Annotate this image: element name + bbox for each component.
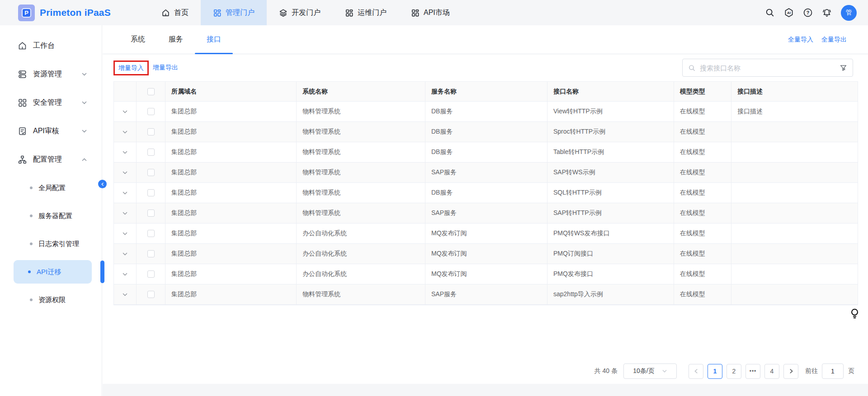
sidebar-subitem-global-config[interactable]: 全局配置 xyxy=(0,174,102,202)
sidebar-item-security-mgmt[interactable]: 安全管理 xyxy=(0,89,102,117)
chevron-down-icon xyxy=(81,128,87,134)
sidebar-subitem-server-config[interactable]: 服务器配置 xyxy=(0,202,102,230)
sidebar-item-config-mgmt[interactable]: 配置管理 xyxy=(0,145,102,174)
nav-item-api-market[interactable]: API市场 xyxy=(399,0,462,25)
nav-item-admin-portal[interactable]: 管理门户 xyxy=(201,0,267,25)
page-unit-label: 页 xyxy=(848,367,854,375)
page-button-1[interactable]: 1 xyxy=(708,364,722,379)
row-checkbox[interactable] xyxy=(147,291,155,298)
column-header-desc: 接口描述 xyxy=(731,82,858,101)
row-checkbox[interactable] xyxy=(147,250,155,257)
ai-assistant-icon[interactable]: AI xyxy=(784,8,794,18)
cell-service: DB服务 xyxy=(425,183,547,203)
next-page-button[interactable] xyxy=(783,364,798,379)
goto-page-input[interactable] xyxy=(822,363,844,379)
cell-model: 在线模型 xyxy=(674,224,731,243)
row-expand-icon[interactable] xyxy=(122,129,128,135)
tab-system[interactable]: 系统 xyxy=(119,25,157,54)
search-input[interactable] xyxy=(700,64,840,72)
sidebar-subitem-resource-permission[interactable]: 资源权限 xyxy=(0,286,102,314)
row-expand-icon[interactable] xyxy=(122,109,128,115)
sidebar-item-label: 工作台 xyxy=(33,41,55,51)
chevron-right-icon xyxy=(788,368,794,374)
sidebar-item-api-review[interactable]: API审核 xyxy=(0,117,102,145)
home-icon xyxy=(18,41,27,51)
svg-text:?: ? xyxy=(807,10,809,15)
nav-item-label: 首页 xyxy=(174,8,189,18)
page-button-4[interactable]: 4 xyxy=(764,364,779,379)
row-expand-icon[interactable] xyxy=(122,231,128,237)
search-icon[interactable] xyxy=(765,8,775,18)
row-expand-icon[interactable] xyxy=(122,292,128,298)
table-row: 集团总部 物料管理系统 DB服务 View转HTTP示例 在线模型 接口描述 xyxy=(114,102,858,122)
cell-interface: View转HTTP示例 xyxy=(547,102,674,121)
bell-icon[interactable] xyxy=(822,8,832,18)
table-row: 集团总部 物料管理系统 DB服务 SQL转HTTP示例 在线模型 xyxy=(114,183,858,203)
user-avatar[interactable]: 管 xyxy=(841,5,857,21)
row-checkbox[interactable] xyxy=(147,169,155,176)
cell-service: DB服务 xyxy=(425,142,547,162)
sidebar-item-resource-mgmt[interactable]: 资源管理 xyxy=(0,60,102,89)
sidebar-subitem-api-migration[interactable]: API迁移 xyxy=(0,258,102,286)
row-checkbox[interactable] xyxy=(147,128,155,135)
sidebar-item-workbench[interactable]: 工作台 xyxy=(0,32,102,60)
column-header-model: 模型类型 xyxy=(674,82,731,101)
row-expand-icon[interactable] xyxy=(122,190,128,196)
cell-interface: PMQ发布接口 xyxy=(547,264,674,284)
app-title: Primeton iPaaS xyxy=(40,7,111,18)
row-expand-icon[interactable] xyxy=(122,170,128,176)
sidebar-subitem-label: 全局配置 xyxy=(38,184,66,192)
full-export-link[interactable]: 全量导出 xyxy=(821,36,847,44)
full-import-link[interactable]: 全量导入 xyxy=(788,36,813,44)
filter-icon[interactable] xyxy=(840,64,847,72)
nav-item-home[interactable]: 首页 xyxy=(149,0,201,25)
cell-model: 在线模型 xyxy=(674,183,731,203)
cell-interface: SAP转HTTP示例 xyxy=(547,203,674,223)
more-pages-button[interactable]: ••• xyxy=(745,364,760,379)
cell-desc xyxy=(731,284,858,304)
incremental-export-link[interactable]: 增量导出 xyxy=(153,64,178,72)
app-logo[interactable]: P Primeton iPaaS xyxy=(0,5,121,21)
row-expand-icon[interactable] xyxy=(122,251,128,257)
cell-model: 在线模型 xyxy=(674,163,731,182)
sidebar-collapse-button[interactable] xyxy=(98,180,107,188)
cell-domain: 集团总部 xyxy=(165,142,297,162)
row-expand-icon[interactable] xyxy=(122,149,128,155)
row-checkbox[interactable] xyxy=(147,270,155,278)
prev-page-button[interactable] xyxy=(689,364,703,379)
page-size-select[interactable]: 10条/页 xyxy=(623,363,677,379)
cell-system: 物料管理系统 xyxy=(297,183,425,203)
sidebar-subitem-label: 服务器配置 xyxy=(38,212,72,220)
help-icon[interactable]: ? xyxy=(803,8,813,18)
row-checkbox[interactable] xyxy=(147,108,155,115)
select-all-checkbox[interactable] xyxy=(147,88,155,95)
incremental-import-link[interactable]: 增量导入 xyxy=(118,64,144,71)
table-row: 集团总部 物料管理系统 DB服务 Table转HTTP示例 在线模型 xyxy=(114,142,858,163)
cell-service: DB服务 xyxy=(425,102,547,121)
cell-domain: 集团总部 xyxy=(165,203,297,223)
page-button-2[interactable]: 2 xyxy=(726,364,741,379)
tab-service[interactable]: 服务 xyxy=(157,25,195,54)
table-row: 集团总部 物料管理系统 SAP服务 sap2http导入示例 在线模型 xyxy=(114,284,858,305)
nav-item-dev-portal[interactable]: 开发门户 xyxy=(267,0,333,25)
row-checkbox[interactable] xyxy=(147,189,155,196)
chevron-left-icon xyxy=(693,368,699,374)
lightbulb-icon[interactable] xyxy=(850,308,859,320)
cell-interface: PMQ订阅接口 xyxy=(547,244,674,264)
table-row: 集团总部 物料管理系统 DB服务 Sproc转HTTP示例 在线模型 xyxy=(114,122,858,142)
column-header-domain: 所属域名 xyxy=(165,82,297,101)
cell-service: SAP服务 xyxy=(425,284,547,304)
row-expand-icon[interactable] xyxy=(122,210,128,216)
row-expand-icon[interactable] xyxy=(122,271,128,277)
tab-interface[interactable]: 接口 xyxy=(195,25,233,54)
search-icon xyxy=(688,64,696,72)
sidebar-subitem-log-index-mgmt[interactable]: 日志索引管理 xyxy=(0,230,102,258)
cell-service: MQ发布订阅 xyxy=(425,264,547,284)
row-checkbox[interactable] xyxy=(147,210,155,217)
row-checkbox[interactable] xyxy=(147,230,155,237)
bullet-dot xyxy=(30,214,33,217)
row-checkbox[interactable] xyxy=(147,149,155,156)
nav-item-ops-portal[interactable]: 运维门户 xyxy=(333,0,399,25)
cell-service: SAP服务 xyxy=(425,203,547,223)
annotation-highlight-box: 增量导入 xyxy=(113,61,149,75)
